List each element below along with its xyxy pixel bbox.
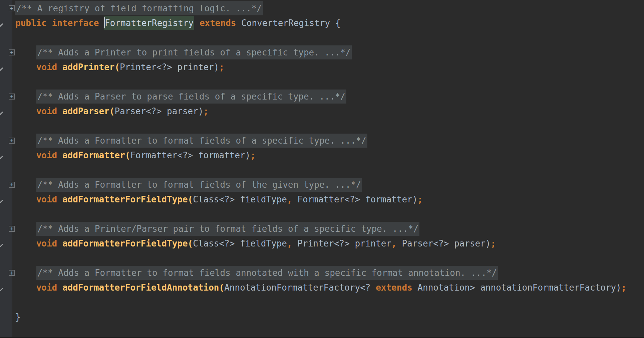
- folded-comment: /** Adds a Formatter to format fields of…: [36, 134, 367, 148]
- code-line-text: /** Adds a Formatter to format fields an…: [0, 268, 498, 278]
- code-token: [57, 106, 62, 116]
- fold-plus-icon[interactable]: +: [9, 182, 15, 188]
- code-token: [15, 283, 36, 293]
- folded-comment: /** Adds a Formatter to format fields of…: [36, 178, 362, 192]
- folded-comment: /** A registry of field formatting logic…: [15, 1, 263, 15]
- code-token: AnnotationFormatterFactory<?: [224, 283, 376, 293]
- code-line[interactable]: void addFormatterForFieldType(Class<?> f…: [0, 236, 644, 251]
- code-line-text: public interface FormatterRegistry exten…: [0, 18, 341, 28]
- code-token: [15, 268, 36, 278]
- code-editor-window: +/** A registry of field formatting logi…: [0, 0, 644, 338]
- code-line[interactable]: [0, 74, 644, 89]
- fold-plus-icon[interactable]: +: [9, 5, 15, 11]
- code-editor[interactable]: +/** A registry of field formatting logi…: [0, 0, 644, 324]
- code-token: void: [36, 283, 57, 293]
- code-token: [15, 136, 36, 146]
- code-token: addParser(: [62, 106, 115, 116]
- code-line-text: /** Adds a Parser to parse fields of a s…: [0, 92, 346, 102]
- code-line-text: void addFormatterForFieldAnnotation(Anno…: [0, 283, 627, 293]
- fold-plus-icon[interactable]: +: [9, 226, 15, 232]
- code-token: [15, 62, 36, 72]
- fold-plus-icon[interactable]: +: [9, 138, 15, 144]
- code-token: [15, 92, 36, 102]
- code-token: void: [36, 194, 57, 204]
- text-caret: [104, 17, 105, 28]
- code-token: Printer<?> printer: [292, 238, 391, 248]
- code-line-text: /** Adds a Printer/Parser pair to format…: [0, 224, 419, 234]
- code-token: void: [36, 150, 57, 160]
- code-token: [99, 18, 104, 28]
- code-line[interactable]: }: [0, 310, 644, 324]
- code-token: ;: [621, 283, 627, 293]
- code-token: addFormatterForFieldType(: [62, 238, 193, 248]
- code-token: Parser<?> parser): [397, 238, 491, 248]
- code-line[interactable]: [0, 295, 644, 310]
- code-line[interactable]: void addParser(Parser<?> parser);: [0, 104, 644, 119]
- code-line-text: [0, 209, 15, 219]
- code-line[interactable]: void addFormatter(Formatter<?> formatter…: [0, 148, 644, 163]
- code-line[interactable]: void addFormatterForFieldAnnotation(Anno…: [0, 280, 644, 295]
- code-token: [57, 194, 62, 204]
- code-token: [15, 194, 36, 204]
- code-line-text: /** A registry of field formatting logic…: [0, 3, 263, 13]
- fold-plus-icon[interactable]: +: [9, 94, 15, 100]
- code-token: [15, 224, 36, 234]
- code-token: ;: [204, 106, 209, 116]
- code-line[interactable]: [0, 119, 644, 133]
- code-token: extends: [376, 283, 412, 293]
- code-token: void: [36, 62, 57, 72]
- code-token: Formatter<?> formatter): [292, 194, 418, 204]
- code-line[interactable]: + /** Adds a Formatter to format fields …: [0, 266, 644, 280]
- code-line-text: /** Adds a Printer to print fields of a …: [0, 47, 352, 57]
- code-line-text: }: [0, 312, 21, 322]
- code-line[interactable]: void addPrinter(Printer<?> printer);: [0, 60, 644, 74]
- code-token: void: [36, 238, 57, 248]
- code-token: Class<?> fieldType: [193, 194, 287, 204]
- code-token: Printer<?> printer): [120, 62, 219, 72]
- code-line-text: [0, 165, 15, 175]
- code-line[interactable]: [0, 163, 644, 177]
- code-token: addPrinter(: [62, 62, 120, 72]
- code-token: void: [36, 106, 57, 116]
- code-token: [15, 150, 36, 160]
- code-line[interactable]: + /** Adds a Printer/Parser pair to form…: [0, 221, 644, 236]
- code-line-text: /** Adds a Formatter to format fields of…: [0, 180, 362, 190]
- code-line-text: [0, 297, 15, 307]
- code-token: ,: [391, 238, 397, 248]
- code-token: addFormatter(: [62, 150, 130, 160]
- code-token: [15, 180, 36, 190]
- code-line[interactable]: void addFormatterForFieldType(Class<?> f…: [0, 192, 644, 207]
- code-token: [57, 150, 62, 160]
- code-line[interactable]: + /** Adds a Parser to parse fields of a…: [0, 89, 644, 104]
- code-line-text: [0, 121, 15, 131]
- code-token: Parser<?> parser): [114, 106, 203, 116]
- window-bottom-edge: [0, 337, 644, 338]
- folded-comment: /** Adds a Formatter to format fields an…: [36, 266, 498, 280]
- fold-plus-icon[interactable]: +: [9, 49, 15, 55]
- code-line-text: [0, 253, 15, 263]
- code-token: ,: [287, 194, 292, 204]
- code-token: [57, 238, 62, 248]
- code-line[interactable]: +/** A registry of field formatting logi…: [0, 1, 644, 16]
- code-token: ;: [250, 150, 256, 160]
- code-token: Class<?> fieldType: [193, 238, 287, 248]
- code-line[interactable]: + /** Adds a Printer to print fields of …: [0, 45, 644, 60]
- code-line[interactable]: + /** Adds a Formatter to format fields …: [0, 177, 644, 192]
- code-token: public interface: [15, 18, 99, 28]
- code-line[interactable]: public interface FormatterRegistry exten…: [0, 16, 644, 30]
- code-line[interactable]: + /** Adds a Formatter to format fields …: [0, 133, 644, 148]
- code-token: [57, 283, 62, 293]
- code-line[interactable]: [0, 207, 644, 221]
- code-token: [15, 106, 36, 116]
- code-line-text: [0, 77, 15, 87]
- highlighted-identifier: FormatterRegistry: [104, 16, 194, 30]
- code-token: addFormatterForFieldType(: [62, 194, 193, 204]
- code-token: Annotation> annotationFormatterFactory): [412, 283, 621, 293]
- fold-plus-icon[interactable]: +: [9, 270, 15, 276]
- folded-comment: /** Adds a Parser to parse fields of a s…: [36, 90, 347, 104]
- code-token: [15, 47, 36, 57]
- folded-comment: /** Adds a Printer to print fields of a …: [36, 45, 352, 59]
- code-token: extends: [200, 18, 236, 28]
- code-line[interactable]: [0, 251, 644, 266]
- code-line[interactable]: [0, 30, 644, 45]
